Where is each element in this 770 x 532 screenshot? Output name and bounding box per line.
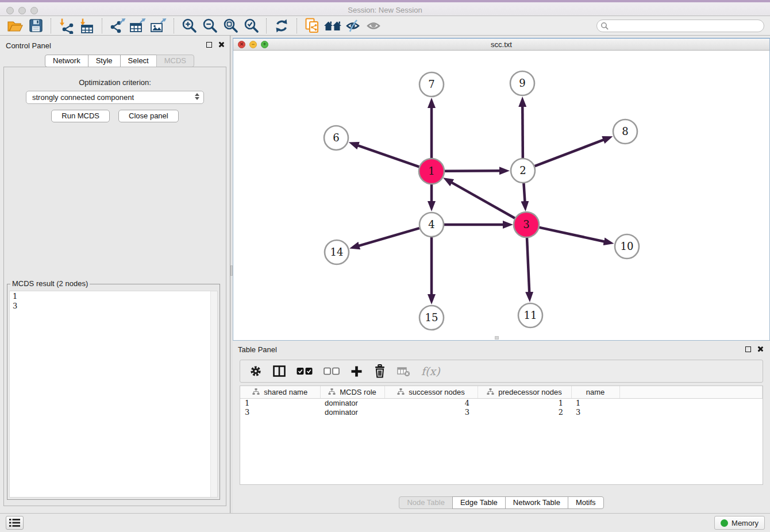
graph-edge-3-1[interactable] <box>451 182 515 218</box>
close-table-panel-icon[interactable] <box>757 346 763 352</box>
float-panel-icon[interactable] <box>206 42 212 48</box>
table-cell[interactable]: 3 <box>240 407 320 417</box>
graph-node-label-15: 15 <box>425 311 438 323</box>
table-toolbar: f(x) <box>240 360 763 383</box>
function-builder-icon: f(x) <box>421 365 440 377</box>
result-scrollbar[interactable] <box>210 291 217 497</box>
column-header-successor-nodes[interactable]: successor nodes <box>384 386 478 398</box>
memory-label: Memory <box>732 519 759 527</box>
delete-column-trash-icon[interactable] <box>374 364 386 378</box>
tab-motifs[interactable]: Motifs <box>568 496 604 509</box>
network-title: scc.txt <box>233 40 769 49</box>
show-all-icon[interactable] <box>364 17 384 34</box>
zoom-in-icon[interactable] <box>179 17 199 34</box>
import-table-icon[interactable] <box>76 17 97 34</box>
mcds-result-node: 3 <box>10 301 217 311</box>
save-session-icon[interactable] <box>25 17 46 34</box>
table-cell[interactable]: dominator <box>320 398 384 407</box>
canvas-scroll-grip[interactable] <box>495 336 499 340</box>
column-settings-gear-icon[interactable] <box>249 365 262 377</box>
table-row[interactable]: 3dominator323 <box>240 407 763 417</box>
run-mcds-button[interactable]: Run MCDS <box>51 110 110 122</box>
status-bar: Memory <box>0 513 770 532</box>
search-input[interactable] <box>609 21 764 31</box>
graph-edge-1-2[interactable] <box>444 171 500 171</box>
table-header-row: shared name MCDS role successor nodes pr… <box>240 386 763 398</box>
table-row[interactable]: 1dominator411 <box>240 398 763 407</box>
graph-edge-3-10[interactable] <box>538 228 605 242</box>
graph-node-label-11: 11 <box>524 309 537 321</box>
hide-selected-icon[interactable] <box>343 17 364 34</box>
table-cell[interactable]: 1 <box>571 398 619 407</box>
graph-edge-2-8[interactable] <box>535 140 605 166</box>
graph-edge-3-11[interactable] <box>527 237 529 293</box>
close-panel-icon[interactable] <box>218 41 224 48</box>
titlebar: Session: New Session <box>0 0 770 16</box>
session-title: Session: New Session <box>0 6 770 14</box>
node-table[interactable]: shared name MCDS role successor nodes pr… <box>240 385 763 485</box>
table-cell[interactable]: 3 <box>384 407 478 417</box>
toolbar-separator <box>102 18 102 33</box>
tab-style[interactable]: Style <box>88 55 121 67</box>
graph-edge-2-3[interactable] <box>523 183 525 202</box>
new-network-from-selection-icon[interactable] <box>302 17 322 34</box>
table-cell[interactable]: 3 <box>571 407 619 417</box>
column-header-predecessor-nodes[interactable]: predecessor nodes <box>478 386 571 398</box>
table-cell[interactable]: 2 <box>478 407 571 417</box>
criterion-dropdown-value: strongly connected component <box>32 93 134 102</box>
column-header-shared-name[interactable]: shared name <box>240 386 320 398</box>
task-list-icon <box>9 518 21 528</box>
table-cell[interactable]: 4 <box>384 398 478 407</box>
close-panel-button[interactable]: Close panel <box>118 110 179 122</box>
tab-node-table[interactable]: Node Table <box>399 496 453 509</box>
tab-mcds[interactable]: MCDS <box>156 55 194 67</box>
tab-network[interactable]: Network <box>45 55 88 67</box>
zoom-selected-icon[interactable] <box>241 17 261 34</box>
float-table-panel-icon[interactable] <box>745 346 751 352</box>
split-view-icon[interactable] <box>273 365 286 377</box>
graph-edge-1-6[interactable] <box>357 145 419 167</box>
zoom-out-icon[interactable] <box>199 17 220 34</box>
criterion-dropdown[interactable]: strongly connected component <box>26 91 204 104</box>
flat-attribute-icon <box>328 388 336 395</box>
search-field[interactable] <box>596 20 764 32</box>
network-titlebar[interactable]: ✕ − + scc.txt <box>233 38 769 51</box>
refresh-view-icon[interactable] <box>271 17 292 34</box>
dropdown-stepper-icon <box>195 93 199 100</box>
select-all-icon[interactable] <box>297 367 313 375</box>
add-column-icon[interactable] <box>351 365 363 377</box>
network-canvas[interactable]: 7968124314101511 <box>233 51 769 340</box>
mcds-result-list[interactable]: 13 <box>9 291 218 498</box>
optimization-criterion-label: Optimization criterion: <box>0 78 230 87</box>
import-network-icon[interactable] <box>56 17 76 34</box>
graph-node-label-8: 8 <box>622 125 628 137</box>
control-panel: Control Panel Network Style Select MCDS … <box>0 36 230 513</box>
task-history-button[interactable] <box>6 516 24 530</box>
network-window: ✕ − + scc.txt 7968124314101511 <box>233 38 770 341</box>
graph-node-label-4: 4 <box>428 218 434 230</box>
mcds-result-group: MCDS result (2 nodes) 13 <box>7 284 220 500</box>
column-header-filler <box>619 386 763 398</box>
column-header-name[interactable]: name <box>571 386 619 398</box>
export-network-icon[interactable] <box>107 17 128 34</box>
table-cell[interactable]: 1 <box>240 398 320 407</box>
memory-button[interactable]: Memory <box>714 516 765 530</box>
graph-edge-4-14[interactable] <box>358 228 419 246</box>
tab-select[interactable]: Select <box>120 55 157 67</box>
table-cell[interactable]: 1 <box>478 398 571 407</box>
toolbar-separator <box>174 18 174 33</box>
zoom-fit-icon[interactable] <box>220 17 241 34</box>
export-image-icon[interactable] <box>148 17 169 34</box>
graph-node-label-1: 1 <box>428 165 434 177</box>
deselect-all-icon[interactable] <box>324 367 340 375</box>
table-cell[interactable]: dominator <box>320 407 384 417</box>
graph-edge-2-9[interactable] <box>522 106 523 158</box>
graph-node-label-10: 10 <box>621 240 634 252</box>
column-header-mcds-role[interactable]: MCDS role <box>320 386 384 398</box>
mcds-result-title: MCDS result (2 nodes) <box>10 279 90 288</box>
first-neighbors-icon[interactable] <box>322 17 343 34</box>
export-table-icon[interactable] <box>128 17 148 34</box>
open-session-icon[interactable] <box>5 17 25 34</box>
tab-edge-table[interactable]: Edge Table <box>452 496 506 509</box>
tab-network-table[interactable]: Network Table <box>505 496 568 509</box>
